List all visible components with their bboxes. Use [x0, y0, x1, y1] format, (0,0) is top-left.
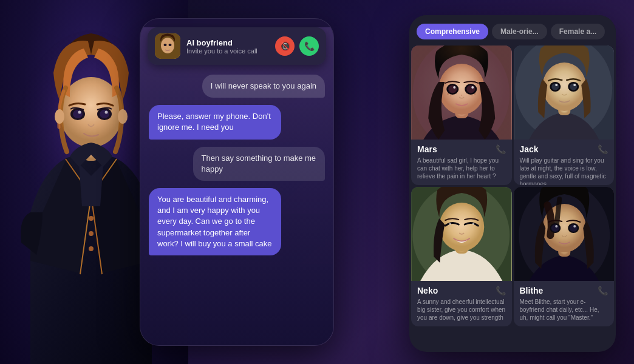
blithe-phone-icon: 📞 [598, 286, 608, 295]
mars-phone-icon: 📞 [496, 144, 506, 154]
tab-comprehensive[interactable]: Comprehensive [417, 24, 488, 39]
svg-point-29 [447, 93, 449, 95]
mars-description: A beautiful sad girl, I hope you can cha… [417, 157, 506, 180]
blithe-card-bottom: Blithe 📞 Meet Blithe, start your e-boyfr… [514, 281, 615, 325]
neko-card-bottom: Neko 📞 A sunny and cheerful intellectual… [411, 281, 512, 325]
avatar-illustration [155, 33, 180, 59]
tab-male-label: Male-orie... [500, 27, 539, 36]
svg-point-17 [169, 44, 172, 46]
svg-point-7 [78, 111, 81, 114]
tab-comprehensive-label: Comprehensive [425, 27, 480, 36]
mars-photo [411, 46, 512, 140]
jack-illustration [514, 46, 615, 140]
tab-bar: Comprehensive Male-orie... Female a... [409, 15, 616, 46]
svg-point-42 [555, 84, 557, 86]
caller-info: AI boyfriend Invite you to a voice call [186, 38, 269, 55]
accept-button[interactable]: 📞 [299, 36, 319, 56]
mars-card-bottom: Mars 📞 A beautiful sad girl, I hope you … [411, 140, 512, 184]
jack-name: Jack [520, 144, 539, 154]
jack-description: Will play guitar and sing for you late a… [520, 157, 608, 185]
svg-point-8 [105, 111, 108, 114]
neko-name-row: Neko 📞 [417, 286, 506, 295]
message-2-text: Please, answer my phone. Don't ignore me… [157, 112, 271, 132]
svg-point-56 [551, 224, 559, 232]
jack-name-row: Jack 📞 [520, 144, 608, 154]
svg-point-43 [573, 84, 576, 86]
chat-phone: AI boyfriend Invite you to a voice call … [140, 18, 334, 346]
neko-photo [411, 187, 512, 281]
message-2: Please, answer my phone. Don't ignore me… [149, 105, 281, 139]
call-notification: AI boyfriend Invite you to a voice call … [148, 27, 326, 65]
character-list-phone: Comprehensive Male-orie... Female a... [409, 15, 616, 352]
caller-name: AI boyfriend [186, 38, 269, 47]
blithe-name-row: Blithe 📞 [520, 286, 608, 295]
blithe-name: Blithe [520, 286, 544, 295]
character-card-neko[interactable]: Neko 📞 A sunny and cheerful intellectual… [411, 187, 512, 326]
phone-accept-icon: 📞 [304, 41, 315, 51]
character-card-jack[interactable]: Jack 📞 Will play guitar and sing for you… [514, 46, 615, 185]
tab-male[interactable]: Male-orie... [492, 24, 547, 39]
caller-status: Invite you to a voice call [186, 47, 269, 55]
mars-name-row: Mars 📞 [417, 144, 506, 154]
message-4: You are beautiful and charming, and I am… [149, 188, 281, 255]
svg-point-26 [466, 86, 475, 93]
tab-female[interactable]: Female a... [551, 24, 605, 39]
character-card-blithe[interactable]: Blithe 📞 Meet Blithe, start your e-boyfr… [514, 187, 615, 326]
character-card-mars[interactable]: Mars 📞 A beautiful sad girl, I hope you … [411, 46, 512, 185]
svg-point-13 [89, 246, 94, 251]
tab-female-label: Female a... [559, 27, 596, 36]
chat-messages-container: I will never speak to you again Please, … [140, 65, 333, 265]
svg-point-22 [438, 64, 485, 115]
neko-phone-icon: 📞 [496, 286, 506, 295]
message-1: I will never speak to you again [202, 75, 325, 98]
svg-point-59 [573, 225, 576, 228]
blithe-description: Meet Blithe, start your e-boyfriend chat… [520, 298, 608, 322]
phone-decline-icon: 📵 [280, 41, 290, 51]
decline-button[interactable]: 📵 [275, 36, 295, 56]
mars-illustration [411, 46, 512, 140]
jack-phone-icon: 📞 [598, 144, 608, 154]
neko-illustration [411, 187, 512, 281]
blithe-photo [514, 187, 615, 281]
svg-point-41 [570, 84, 577, 90]
svg-point-27 [453, 86, 455, 89]
svg-point-58 [555, 225, 557, 228]
svg-point-9 [55, 109, 64, 124]
svg-point-30 [450, 95, 451, 96]
neko-description: A sunny and cheerful intellectual big si… [417, 298, 506, 322]
svg-point-6 [100, 110, 109, 118]
jack-photo [514, 46, 615, 140]
neko-name: Neko [417, 286, 438, 295]
svg-point-10 [118, 109, 128, 124]
svg-point-40 [551, 84, 559, 90]
caller-avatar [155, 33, 180, 59]
svg-point-57 [569, 224, 577, 232]
mars-name: Mars [417, 144, 437, 154]
svg-point-12 [89, 231, 94, 236]
message-3-text: Then say something to make me happy [202, 153, 316, 174]
svg-point-37 [542, 62, 586, 111]
svg-point-33 [461, 95, 462, 96]
blithe-illustration [514, 187, 615, 281]
svg-point-32 [471, 95, 472, 96]
svg-point-16 [164, 44, 167, 46]
character-grid: Mars 📞 A beautiful sad girl, I hope you … [409, 46, 616, 328]
message-4-text: You are beautiful and charming, and I am… [157, 195, 272, 248]
svg-point-11 [89, 216, 94, 221]
chat-phone-inner: AI boyfriend Invite you to a voice call … [140, 27, 333, 346]
svg-point-31 [474, 93, 476, 95]
svg-point-5 [73, 110, 83, 118]
svg-point-48 [449, 223, 451, 225]
svg-point-47 [439, 203, 484, 251]
svg-point-49 [472, 223, 474, 225]
call-buttons: 📵 📞 [275, 36, 319, 56]
message-3: Then say something to make me happy [193, 147, 326, 181]
jack-card-bottom: Jack 📞 Will play guitar and sing for you… [514, 140, 615, 185]
svg-point-28 [471, 86, 474, 89]
message-1-text: I will never speak to you again [211, 81, 316, 90]
svg-point-25 [448, 86, 457, 93]
